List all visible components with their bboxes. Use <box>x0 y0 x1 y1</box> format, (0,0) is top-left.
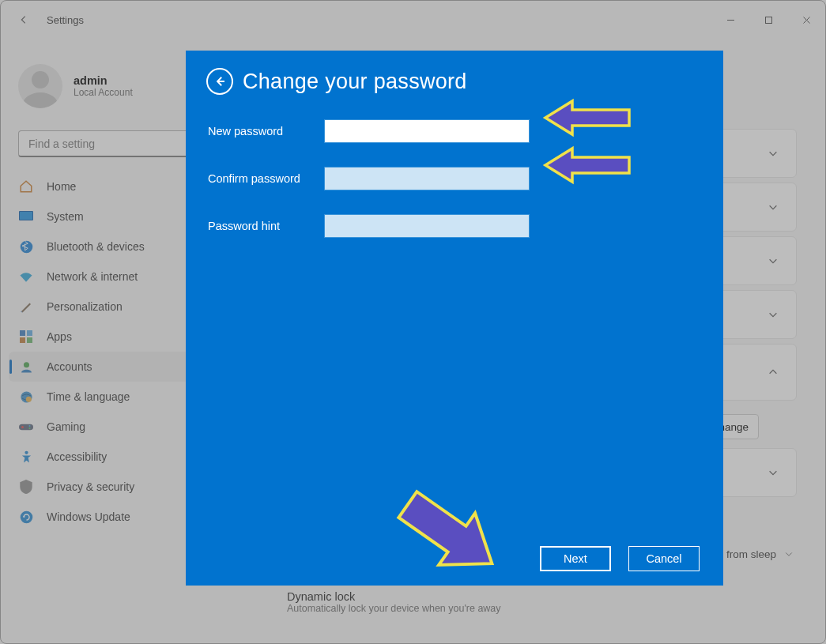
annotation-arrow <box>383 484 510 579</box>
annotation-arrow <box>541 144 634 186</box>
password-hint-input[interactable] <box>324 214 530 238</box>
dialog-title: Change your password <box>243 70 467 94</box>
new-password-label: New password <box>208 125 324 137</box>
cancel-button[interactable]: Cancel <box>628 546 700 571</box>
password-hint-label: Password hint <box>208 220 324 232</box>
annotation-arrow <box>541 96 634 139</box>
next-button[interactable]: Next <box>540 546 611 571</box>
confirm-password-input[interactable] <box>324 167 530 190</box>
confirm-password-label: Confirm password <box>208 172 324 185</box>
new-password-input[interactable] <box>324 119 530 143</box>
password-form: New password Confirm password Password h… <box>186 100 723 258</box>
dialog-back-button[interactable] <box>206 68 233 95</box>
